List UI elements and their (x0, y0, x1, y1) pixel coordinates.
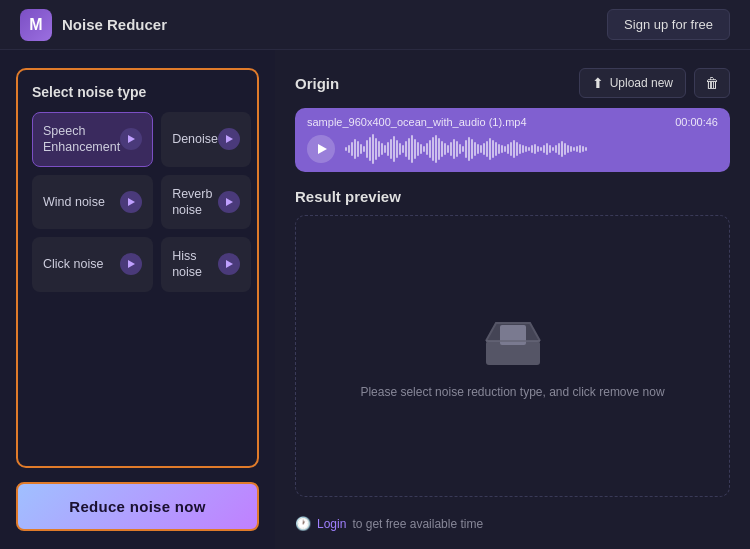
noise-section-title: Select noise type (32, 84, 243, 100)
wave-bar (531, 145, 533, 153)
noise-play-btn-denoise[interactable] (218, 128, 240, 150)
wave-bar (426, 143, 428, 155)
wave-bar (396, 140, 398, 158)
wave-bar (372, 134, 374, 164)
noise-play-btn-hiss[interactable] (218, 253, 240, 275)
wave-bar (423, 146, 425, 152)
noise-item-reverb[interactable]: Reverb noise (161, 175, 251, 230)
wave-bar (408, 138, 410, 160)
wave-bar (519, 144, 521, 154)
wave-bar (579, 145, 581, 153)
empty-state-icon (478, 313, 548, 371)
wave-bar (555, 145, 557, 153)
wave-bar (504, 146, 506, 152)
wave-bar (450, 142, 452, 156)
login-link[interactable]: Login (317, 517, 346, 531)
wave-bar (384, 145, 386, 153)
wave-bar (525, 146, 527, 152)
footer-row: 🕐 Login to get free available time (295, 516, 730, 531)
wave-bar (348, 145, 350, 153)
noise-item-click[interactable]: Click noise (32, 237, 153, 292)
wave-bar (468, 137, 470, 161)
noise-play-btn-reverb[interactable] (218, 191, 240, 213)
wave-bar (444, 143, 446, 155)
wave-bar (357, 141, 359, 157)
noise-play-btn-speech[interactable] (120, 128, 142, 150)
wave-bar (549, 145, 551, 153)
result-placeholder-text: Please select noise reduction type, and … (360, 385, 664, 399)
wave-bar (546, 143, 548, 155)
origin-title: Origin (295, 75, 339, 92)
wave-bar (522, 145, 524, 153)
wave-bar (387, 142, 389, 156)
wave-bar (360, 144, 362, 154)
wave-bar (495, 142, 497, 156)
footer-text: to get free available time (352, 517, 483, 531)
noise-play-btn-click[interactable] (120, 253, 142, 275)
upload-icon: ⬆ (592, 75, 604, 91)
wave-bar (453, 139, 455, 159)
wave-bar (429, 140, 431, 158)
noise-item-label-denoise: Denoise (172, 131, 218, 147)
wave-bar (345, 147, 347, 151)
wave-bar (363, 146, 365, 152)
wave-bar (438, 138, 440, 160)
noise-item-speech[interactable]: Speech Enhancement (32, 112, 153, 167)
wave-bar (558, 143, 560, 155)
header-left: M Noise Reducer (20, 9, 167, 41)
reduce-noise-button[interactable]: Reduce noise now (16, 482, 259, 531)
wave-bar (441, 141, 443, 157)
logo-icon: M (20, 9, 52, 41)
audio-play-button[interactable] (307, 135, 335, 163)
wave-bar (489, 138, 491, 160)
wave-bar (420, 144, 422, 154)
origin-header: Origin ⬆ Upload new 🗑 (295, 68, 730, 98)
wave-bar (435, 135, 437, 163)
noise-item-label-reverb: Reverb noise (172, 186, 218, 219)
wave-bar (414, 139, 416, 159)
noise-play-btn-wind[interactable] (120, 191, 142, 213)
wave-bar (510, 142, 512, 156)
wave-bar (582, 146, 584, 152)
delete-button[interactable]: 🗑 (694, 68, 730, 98)
noise-item-wind[interactable]: Wind noise (32, 175, 153, 230)
noise-item-denoise[interactable]: Denoise (161, 112, 251, 167)
wave-bar (516, 142, 518, 156)
wave-bar (543, 145, 545, 153)
wave-bar (561, 141, 563, 157)
noise-grid: Speech EnhancementDenoiseWind noiseRever… (32, 112, 243, 292)
clock-icon: 🕐 (295, 516, 311, 531)
wave-bar (513, 140, 515, 158)
wave-bar (411, 135, 413, 163)
wave-bar (351, 142, 353, 156)
wave-bar (456, 141, 458, 157)
wave-bar (480, 145, 482, 153)
result-preview: Please select noise reduction type, and … (295, 215, 730, 497)
wave-bar (585, 147, 587, 151)
wave-bar (564, 143, 566, 155)
right-panel: Origin ⬆ Upload new 🗑 sample_960x400_oce… (275, 50, 750, 549)
wave-bar (369, 137, 371, 161)
wave-bar (378, 141, 380, 157)
wave-bar (552, 147, 554, 151)
result-title: Result preview (295, 188, 730, 205)
wave-bar (483, 143, 485, 155)
wave-bar (498, 144, 500, 154)
noise-item-hiss[interactable]: Hiss noise (161, 237, 251, 292)
waveform (345, 134, 718, 164)
wave-bar (492, 140, 494, 158)
wave-bar (405, 141, 407, 157)
wave-bar (528, 147, 530, 151)
wave-bar (477, 144, 479, 154)
wave-bar (399, 143, 401, 155)
upload-button[interactable]: ⬆ Upload new (579, 68, 686, 98)
wave-bar (465, 140, 467, 158)
wave-bar (507, 144, 509, 154)
noise-item-label-speech: Speech Enhancement (43, 123, 120, 156)
wave-bar (534, 144, 536, 154)
wave-bar (375, 138, 377, 160)
signup-button[interactable]: Sign up for free (607, 9, 730, 40)
wave-bar (471, 139, 473, 159)
wave-bar (393, 136, 395, 162)
wave-bar (462, 146, 464, 152)
